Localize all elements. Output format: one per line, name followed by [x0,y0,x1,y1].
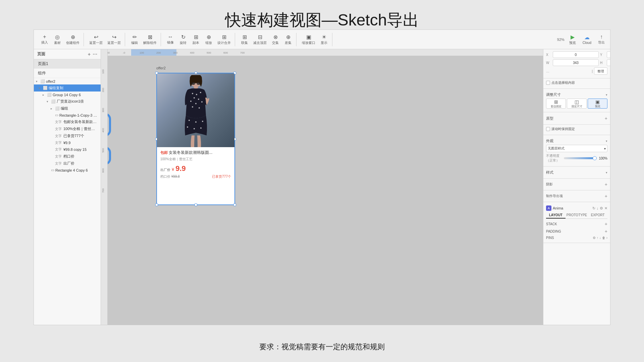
pins-btn-3[interactable]: ↓ [599,236,601,240]
h-input[interactable] [607,59,610,66]
display-button[interactable]: ☀ 显示 [318,33,330,46]
opacity-thumb[interactable] [593,156,597,160]
assets-icon: ◎ [55,34,60,40]
page-item-page1[interactable]: 页面1 [34,59,101,69]
scale-button[interactable]: ⊕ 缩放 [203,33,215,46]
layer-rect-copy64[interactable]: ▭ Rectangle-1-Copy-3 Copy 64 [34,112,101,118]
anima-settings-button[interactable]: ⚙ [600,206,603,210]
y-label: Y [600,53,605,57]
handle-bottom-right[interactable] [233,203,236,206]
layer-offer2[interactable]: ▾ ⬜ offer2 [34,78,101,84]
subtract-button[interactable]: ⊟ 减去顶层 [251,33,269,46]
layer-name: ¥99.8 copy 15 [63,147,87,152]
shadow-add-button[interactable]: + [605,182,607,187]
layer-text-price[interactable]: 文字 ¥9.9 [34,139,101,146]
ruler-mark-v200: 200 [102,88,105,92]
layer-text-subtitle[interactable]: 文字 100%全棉｜蕾丝工艺 [34,125,101,132]
tidy-button[interactable]: 整理 [594,67,607,75]
pages-more-button[interactable]: ⋯ [93,52,97,57]
artboard[interactable]: 包邮 女装冬装新款潮韩版圆... 100%全棉｜蕾丝工艺 出厂价 ¥ 9.9 [156,73,235,205]
cloud-button[interactable]: ☁ Cloud [581,33,593,46]
layer-text-title[interactable]: 文字 包邮女装冬装新款潮韩版圆... [34,118,101,125]
forward-button[interactable]: ↩ 返置一层 [87,33,105,46]
insert-button[interactable]: + 插入 [39,33,51,46]
preview-resize-button[interactable]: ▣ 预览 [588,99,607,109]
fixed-size-button[interactable]: ◫ 固定尺寸 [567,99,587,109]
backward-button[interactable]: ↪ 返置一层 [105,33,123,46]
fit-edges-button[interactable]: ⊞ 套边固定 [546,99,566,109]
stack-add-button[interactable]: + [605,221,607,227]
svg-point-15 [202,121,203,122]
pins-btn-2[interactable]: ↑ [597,236,598,240]
merge-button[interactable]: ⊞ 设计合并 [215,33,233,46]
y-input[interactable] [607,51,610,58]
assets-button[interactable]: ◎ 素材 [51,33,63,46]
display-icon: ☀ [322,34,326,40]
page-item-components[interactable]: 组件 [34,69,101,78]
counter-price-value: ¥99.8 [171,175,180,178]
style-header[interactable]: 样式 ▾ [546,169,607,176]
toolbar-arrange-group: ↩ 返置一层 ↪ 返置一层 [85,33,125,46]
pins-btn-1[interactable]: ⚙ [593,236,596,240]
fix-scroll-checkbox[interactable] [546,127,550,131]
layer-name: 编组复制 [49,85,63,90]
layer-group-inner[interactable]: ▸ ⬜ 编组 [34,105,101,112]
anima-download-button[interactable]: ↓ [597,206,599,210]
detach-button[interactable]: ⊠ 解除组件 [141,33,159,46]
edit-button[interactable]: ✏ 编辑 [128,33,141,46]
layer-style-dropdown[interactable]: 无图层样式 ▾ [546,145,607,152]
x-input[interactable] [553,51,599,58]
layer-group-copy[interactable]: ▾ ⬜ 编组复制 [34,84,101,92]
tab-prototype[interactable]: PROTOTYPE [566,212,588,219]
layer-factory-icon[interactable]: ▾ ⬜ 厂货直达icon1倍 [34,98,101,105]
intersect-button[interactable]: ⊗ 交集 [269,33,281,46]
svg-point-7 [198,99,199,100]
layer-text-counter-price[interactable]: 文字 ¥99.8 copy 15 [34,146,101,153]
zoom-window-button[interactable]: ▣ 缩放窗口 [300,33,317,46]
anima-refresh-button[interactable]: ↻ [592,206,595,210]
create-component-icon: ⊕ [71,34,75,40]
price-label: 出厂价 [160,168,170,172]
layer-text-factory-label[interactable]: 文字 出厂价 [34,160,101,167]
pins-btn-5[interactable]: › [606,236,607,240]
flip-button[interactable]: ↔ 镜像 [164,33,176,46]
layer-rect-copy6[interactable]: ▭ Rectangle 4 Copy 6 [34,167,101,173]
add-page-button[interactable]: + [88,52,91,57]
fix-scroll-label: 滚动时保持固定 [551,127,575,131]
padding-add-button[interactable]: + [605,229,607,234]
duplicate-button[interactable]: ⊞ 副本 [190,33,202,46]
click-select-checkbox[interactable] [546,81,550,85]
export-button[interactable]: ↑ 导出 [595,33,607,46]
canvas-area[interactable]: -100 -0 100 200 300 400 500 600 700 100 … [101,49,543,325]
resize-header[interactable]: 调整尺寸 ▾ [546,91,607,99]
opacity-slider[interactable] [564,157,597,159]
dimensions-row: W H 🔗 ↺ [546,59,607,66]
appearance-header[interactable]: 外观 ▾ [546,137,607,145]
layer-group14copy6[interactable]: ▸ ⬜ Group 14 Copy 6 [34,92,101,98]
tab-layout[interactable]: LAYOUT [546,212,566,219]
tab-export[interactable]: EXPORT [588,212,607,219]
layer-text-counter-label[interactable]: 文字 档口价 [34,153,101,160]
anima-close-button[interactable]: ✕ [604,206,607,210]
handle-bottom-left[interactable] [155,203,158,206]
appearance-title: 外观 [546,138,553,143]
create-component-button[interactable]: ⊕ 创建组件 [64,33,82,46]
w-input[interactable] [553,59,599,66]
preview-resize-icon: ▣ [595,99,600,105]
export-add-button[interactable]: + [605,193,607,199]
svg-point-5 [200,92,201,93]
bottom-caption: 要求：视觉稿需要有一定的规范和规则 [0,342,644,352]
shape-header[interactable]: 原型 + [546,114,607,122]
pins-btn-4[interactable]: 🗑 [602,236,605,240]
rotate-button[interactable]: ↻ 旋转 [177,33,189,46]
group-icon: ⬜ [40,79,45,83]
assets-label: 素材 [54,41,61,45]
union-button[interactable]: ⊞ 联集 [238,33,251,46]
difference-button[interactable]: ⊕ 差集 [282,33,294,46]
edit-label: 编辑 [131,41,138,45]
preview-button[interactable]: ▶ 预览 [567,33,579,46]
handle-bottom-center[interactable] [195,203,197,206]
shape-add-button[interactable]: + [605,116,607,121]
ruler-mark-v100: 100 [102,69,105,74]
layer-text-sold[interactable]: 文字 已拿货777个 [34,132,101,139]
